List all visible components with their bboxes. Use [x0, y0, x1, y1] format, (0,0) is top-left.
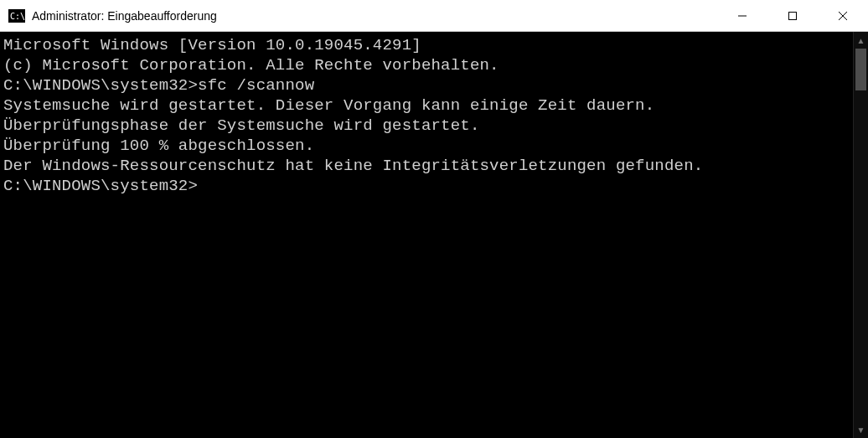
terminal-line: Microsoft Windows [Version 10.0.19045.42…	[3, 35, 853, 55]
vertical-scrollbar[interactable]: ▲ ▼	[853, 32, 868, 438]
svg-text:C:\: C:\	[10, 12, 25, 21]
terminal-area: Microsoft Windows [Version 10.0.19045.42…	[0, 32, 868, 438]
minimize-button[interactable]	[717, 0, 767, 32]
terminal-line: Systemsuche wird gestartet. Dieser Vorga…	[3, 95, 853, 116]
terminal-line: C:\WINDOWS\system32>	[3, 176, 853, 196]
close-button[interactable]	[818, 0, 868, 32]
terminal-line: Überprüfungsphase der Systemsuche wird g…	[3, 116, 853, 136]
scrollbar-thumb[interactable]	[855, 49, 866, 90]
window-titlebar: C:\ Administrator: Eingabeaufforderung	[0, 0, 868, 32]
window-title: Administrator: Eingabeaufforderung	[32, 9, 217, 23]
cmd-icon: C:\	[8, 8, 25, 23]
terminal-output[interactable]: Microsoft Windows [Version 10.0.19045.42…	[0, 32, 853, 438]
terminal-line: (c) Microsoft Corporation. Alle Rechte v…	[3, 55, 853, 75]
terminal-line: Der Windows-Ressourcenschutz hat keine I…	[3, 156, 853, 176]
scrollbar-down-icon[interactable]: ▼	[854, 421, 868, 438]
terminal-line: C:\WINDOWS\system32>sfc /scannow	[3, 75, 853, 95]
scrollbar-up-icon[interactable]: ▲	[854, 32, 868, 49]
maximize-button[interactable]	[767, 0, 818, 32]
terminal-line: Überprüfung 100 % abgeschlossen.	[3, 136, 853, 156]
svg-rect-3	[789, 12, 797, 19]
